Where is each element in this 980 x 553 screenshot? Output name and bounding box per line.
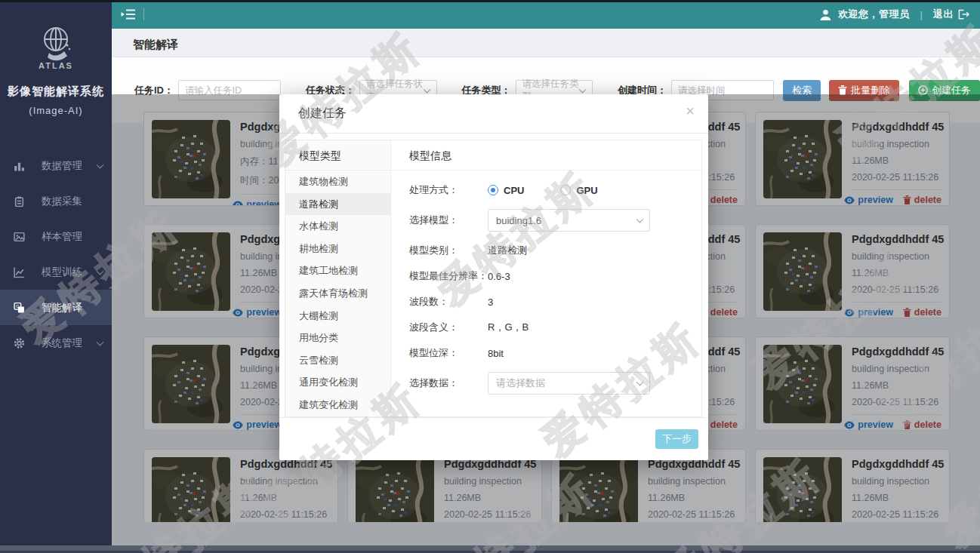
model-type-item[interactable]: 用地分类 — [285, 327, 390, 349]
app-title: 影像智能解译系统 — [0, 84, 112, 99]
sidebar-item-label: 数据采集 — [42, 195, 82, 208]
sidebar-item-model-train[interactable]: 模型训练 — [0, 254, 112, 290]
modal-body: 模型类型 建筑物检测道路检测水体检测耕地检测建筑工地检测露天体育场检测大棚检测用… — [285, 140, 702, 417]
clipboard-icon — [14, 195, 25, 207]
model-type-list: 建筑物检测道路检测水体检测耕地检测建筑工地检测露天体育场检测大棚检测用地分类云雪… — [285, 171, 390, 416]
welcome-text: 欢迎您，管理员 — [838, 8, 910, 21]
collapse-menu-icon[interactable] — [119, 6, 137, 23]
model-type-item[interactable]: 道路检测 — [285, 193, 390, 216]
logo-text: ATLAS — [39, 61, 73, 70]
logout-icon — [958, 9, 969, 20]
sidebar-item-label: 系统管理 — [42, 336, 82, 350]
sidebar-item-data-collect[interactable]: 数据采集 — [0, 183, 112, 219]
cpu-radio[interactable]: CPU — [488, 185, 524, 196]
image-icon — [14, 231, 25, 242]
chart-bars-icon — [14, 160, 25, 171]
modal-footer: 下一步 — [279, 417, 708, 460]
divider — [143, 8, 144, 20]
band-count-label: 波段数： — [409, 295, 488, 309]
model-type-item[interactable]: 云雪检测 — [285, 349, 390, 372]
radio-unchecked-icon — [560, 185, 571, 195]
band-meaning-label: 波段含义： — [409, 321, 488, 334]
model-type-item[interactable]: 通用变化检测 — [285, 371, 390, 394]
band-count-value: 3 — [488, 296, 493, 308]
data-select[interactable]: 请选择数据 — [488, 372, 650, 395]
translate-icon: G — [14, 302, 25, 313]
logo-block: ATLAS 影像智能解译系统 (Image-AI) — [0, 0, 112, 116]
model-select[interactable]: buiding1.6 — [488, 209, 650, 232]
chevron-down-icon — [97, 267, 104, 275]
sidebar-item-label: 模型训练 — [42, 266, 82, 279]
model-type-item[interactable]: 耕地检测 — [285, 238, 390, 260]
band-meaning-value: R，G，B — [488, 321, 529, 334]
sidebar-item-label: 智能解译 — [42, 301, 82, 315]
model-type-item[interactable]: 建筑物检测 — [285, 171, 390, 193]
model-info-panel: 模型信息 处理方式： CPU GPU — [391, 140, 701, 416]
model-info-panel-title: 模型信息 — [391, 140, 701, 171]
logout-label: 退出 — [933, 8, 954, 21]
sidebar-item-label: 数据管理 — [42, 159, 82, 173]
model-type-panel-title: 模型类型 — [285, 140, 390, 171]
select-model-label: 选择模型： — [409, 214, 488, 227]
gpu-radio[interactable]: GPU — [560, 185, 597, 196]
top-bar: 欢迎您，管理员 | 退出 — [112, 0, 980, 29]
window-top-edge — [0, 0, 980, 2]
sidebar-item-label: 样本管理 — [42, 230, 82, 244]
model-category-label: 模型类别： — [409, 244, 488, 257]
sidebar-item-smart-interpret[interactable]: G 智能解译 — [0, 290, 112, 325]
chevron-down-icon — [636, 216, 644, 223]
model-type-item[interactable]: 水体检测 — [285, 215, 390, 238]
modal-title: 创建任务 — [298, 106, 347, 121]
model-type-item[interactable]: 建筑变化检测 — [285, 394, 390, 416]
sidebar-menu: 数据管理 数据采集 样本管理 模型训练 G 智能解译 系统管理 — [0, 148, 112, 361]
model-type-panel: 模型类型 建筑物检测道路检测水体检测耕地检测建筑工地检测露天体育场检测大棚检测用… — [285, 140, 391, 416]
chevron-down-icon — [97, 161, 104, 168]
atlas-logo-icon: ATLAS — [32, 23, 79, 72]
select-data-label: 选择数据： — [409, 376, 488, 390]
next-step-button[interactable]: 下一步 — [655, 429, 698, 449]
cpu-label: CPU — [504, 185, 524, 196]
sidebar-item-system-manage[interactable]: 系统管理 — [0, 325, 112, 361]
close-icon[interactable]: × — [686, 103, 695, 118]
separator: | — [920, 9, 923, 20]
process-mode-label: 处理方式： — [409, 183, 488, 197]
radio-checked-icon — [488, 185, 498, 195]
bit-depth-label: 模型位深： — [409, 346, 488, 360]
page-title: 智能解译 — [112, 29, 980, 52]
model-select-value: buiding1.6 — [496, 215, 541, 226]
modal-header: 创建任务 × — [279, 94, 708, 134]
sidebar-item-sample-manage[interactable]: 样本管理 — [0, 219, 112, 254]
sidebar-item-data-manage[interactable]: 数据管理 — [0, 148, 112, 183]
model-type-item[interactable]: 建筑工地检测 — [285, 260, 390, 282]
model-type-item[interactable]: 露天体育场检测 — [285, 282, 390, 305]
user-icon — [819, 8, 832, 21]
footer-bar — [0, 545, 980, 553]
model-resolution-value: 0.6-3 — [488, 271, 510, 282]
sidebar: ATLAS 影像智能解译系统 (Image-AI) 数据管理 数据采集 样本管理… — [0, 0, 112, 545]
chevron-down-icon — [97, 338, 104, 346]
model-resolution-label: 模型最佳分辨率： — [409, 269, 488, 283]
chevron-down-icon — [636, 379, 644, 386]
logout-button[interactable]: 退出 — [933, 8, 969, 21]
model-category-value: 道路检测 — [488, 244, 527, 257]
app-subtitle: (Image-AI) — [0, 105, 112, 116]
chart-line-icon — [14, 266, 25, 278]
model-type-item[interactable]: 大棚检测 — [285, 305, 390, 327]
bit-depth-value: 8bit — [488, 348, 504, 359]
gpu-label: GPU — [576, 185, 597, 196]
gear-icon — [14, 337, 25, 349]
data-select-value: 请选择数据 — [496, 376, 545, 390]
create-task-modal: 创建任务 × 模型类型 建筑物检测道路检测水体检测耕地检测建筑工地检测露天体育场… — [279, 94, 708, 460]
svg-text:G: G — [16, 304, 20, 309]
